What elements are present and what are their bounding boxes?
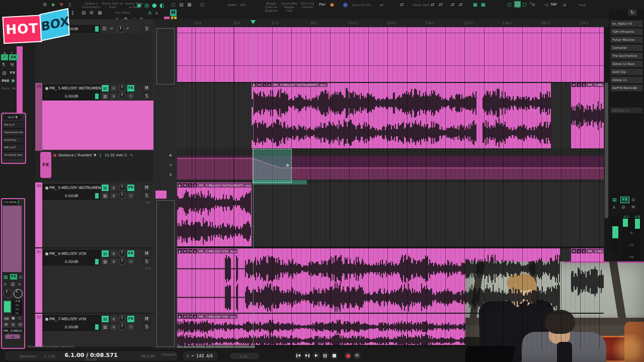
delete-character-button[interactable]: Delete a Character(s) [80, 2, 102, 9]
mixer-monitor-icon[interactable]: ◁ [18, 316, 21, 320]
record-input-icon[interactable]: ● [152, 2, 157, 9]
record-fx-header[interactable]: reco ▼ [3, 115, 22, 120]
routing-button[interactable]: ▤ [101, 315, 109, 323]
fx-chain-item[interactable]: Container [610, 44, 643, 51]
envelope-crescent-icon[interactable]: ( [100, 153, 102, 158]
envelope-arm-dot[interactable] [53, 154, 56, 157]
envelope-dropdown-icon[interactable]: ▼ [94, 153, 96, 157]
radiation-icon[interactable]: ☢ [59, 2, 63, 7]
repeat-button[interactable]: ⟲ [353, 352, 361, 359]
smash-mix-button[interactable]: Smash/Mix Wiggle Cue [281, 2, 298, 12]
globe-icon[interactable]: ◉ [343, 1, 348, 8]
tool-icon[interactable]: ⚒ [10, 62, 14, 67]
dots-icon[interactable]: °o [530, 2, 535, 7]
fold-button[interactable]: v [110, 93, 118, 100]
envelope-fx-tab[interactable]: FX [40, 152, 51, 178]
envelope-button[interactable]: ∧ [110, 184, 118, 192]
width-knob[interactable] [119, 323, 126, 330]
timesig-value[interactable]: 4/4 [206, 354, 213, 358]
mixer-fader-cap[interactable] [4, 301, 11, 313]
items-to-link-button[interactable]: Items to link [352, 3, 371, 7]
fx-toggle-icon[interactable]: FX [9, 54, 18, 60]
timeline-ruler[interactable]: 3.15.17.19.111.113.115.117.119.121.123.1 [153, 19, 609, 28]
width-knob[interactable] [119, 192, 126, 199]
meter-button[interactable]: ▥ [101, 323, 109, 331]
mute-button[interactable]: M [142, 250, 151, 257]
magnet-snap-icon[interactable]: ∩ [148, 10, 152, 16]
verb-button[interactable]: Verb [423, 3, 430, 7]
name-track-as-item-button[interactable]: Name Track as Item [124, 2, 145, 9]
right-env-icon[interactable]: ∧ [612, 205, 616, 210]
record-arm-dot[interactable] [45, 87, 48, 90]
nav-dots[interactable]: « ‹ › [3, 344, 9, 348]
fold-button[interactable]: v [110, 192, 118, 200]
track-panel-30[interactable]: 30 PM_ 5-MELODY INSTRUMENTS ▤ ∧ FX M 0.0… [35, 183, 153, 248]
go-to-end-button[interactable] [303, 352, 311, 359]
go-to-start-button[interactable] [294, 352, 302, 359]
volume-field[interactable]: 0.00dB [43, 258, 100, 265]
mute-button[interactable]: M [142, 315, 151, 323]
record-arm-dot[interactable] [45, 318, 48, 321]
ref-label[interactable]: REF [240, 3, 246, 7]
record-mode-circle-icon[interactable]: ◎ [144, 2, 149, 9]
dots-orange-icon[interactable]: ●˙ [330, 2, 336, 7]
pan-knob[interactable] [119, 84, 126, 92]
track-name-field[interactable]: PM_ 6-MELODY VOX [43, 250, 106, 257]
mute-button[interactable]: M [142, 84, 151, 92]
loop-pair4-icon[interactable]: ⇄ [459, 2, 463, 7]
dock-icon[interactable]: ▢ [171, 2, 176, 7]
item-melody-instruments-30[interactable]: ◐M×∆PM_ 5-MELODY INSTRUMENTS .wav [177, 183, 252, 246]
item-lock-icon[interactable]: M [257, 82, 262, 87]
mixer-track-name[interactable]: PM_ 5-MELO [3, 328, 24, 333]
mixer-mono-icon[interactable]: ( [18, 200, 20, 205]
fx-chain-item[interactable]: Gold Clip [610, 68, 643, 75]
meter-button[interactable]: ▥ [101, 258, 109, 265]
loop-pair3-icon[interactable]: ⇄ [451, 2, 455, 7]
trash-icon[interactable]: ▯ [68, 2, 71, 7]
mixer-power-icon[interactable]: ⊙ [19, 275, 23, 280]
right-fader-cap[interactable] [612, 226, 618, 238]
pan-knob[interactable] [119, 315, 126, 322]
fx-chain-item[interactable]: bx_digital V3 [610, 20, 643, 27]
peak-button[interactable]: Peak [579, 3, 586, 7]
par-label[interactable]: PAR [2, 79, 9, 83]
auto-button[interactable]: ⚙ [127, 192, 135, 200]
mix-tab[interactable]: Mix [12, 86, 17, 90]
demo-label[interactable]: DEMO [227, 3, 236, 7]
fx-chain-item[interactable]: Ozone 11 [610, 76, 643, 83]
fx-button[interactable]: FX [127, 250, 135, 257]
mixer-fader-area[interactable] [3, 206, 22, 272]
envelope-lane-strip[interactable] [177, 156, 604, 179]
crossfade-icon[interactable]: ○ [200, 2, 204, 7]
record-mode-normal-icon[interactable]: ◉ [137, 2, 142, 9]
pan-knob[interactable] [119, 250, 126, 257]
right-routing-icon[interactable]: ▤ [612, 197, 617, 202]
mixer-env-icon[interactable]: ∧ [4, 282, 7, 287]
pause-button[interactable] [321, 352, 329, 359]
item-top-block[interactable] [177, 27, 604, 82]
record-fx-item[interactable]: Harmonics An [3, 129, 25, 136]
record-fx-item[interactable]: AIR Lo-Fi [3, 144, 25, 151]
split-b-icon[interactable]: ∥ [71, 10, 74, 15]
slope-icon[interactable]: ⊿ [562, 2, 567, 7]
mixer-fold-icon[interactable]: v [18, 282, 21, 287]
item-melody-vox6[interactable]: ◐MFX∆PM_ 6-MELODY VOX .wav [177, 248, 560, 313]
mixer-mute-button[interactable]: M [3, 322, 9, 327]
width-knob[interactable] [119, 258, 126, 265]
envelope-value[interactable]: 11.32 met [105, 153, 123, 157]
piano-icon[interactable]: ▥ [2, 70, 7, 75]
item-melody-vox7[interactable]: ◐MFX∆PM_ 7-MELODY VOX .wav [177, 314, 465, 348]
record-fx-item[interactable]: Auto-Key [3, 136, 25, 144]
volume-field[interactable]: 0.00dB [43, 323, 100, 331]
record-arm-dot[interactable] [45, 187, 48, 190]
envelope-close-icon[interactable]: × [169, 163, 173, 167]
speaker-icon[interactable]: ◁ [544, 2, 548, 7]
fx-chain-item[interactable]: ADPTR MetricAB [610, 84, 643, 92]
envelope-collapse-icon[interactable]: ▲ [169, 153, 172, 157]
track-name-field[interactable]: PM_ 7-MELODY VOX [43, 315, 106, 323]
fx-button[interactable]: FX [127, 184, 135, 192]
mixer-meter-icon[interactable]: ▥ [11, 282, 15, 287]
right-phase-icon[interactable]: ⊘ [621, 205, 625, 210]
pan-knob[interactable] [119, 184, 126, 191]
track-color-strip[interactable]: 32 [35, 314, 42, 347]
